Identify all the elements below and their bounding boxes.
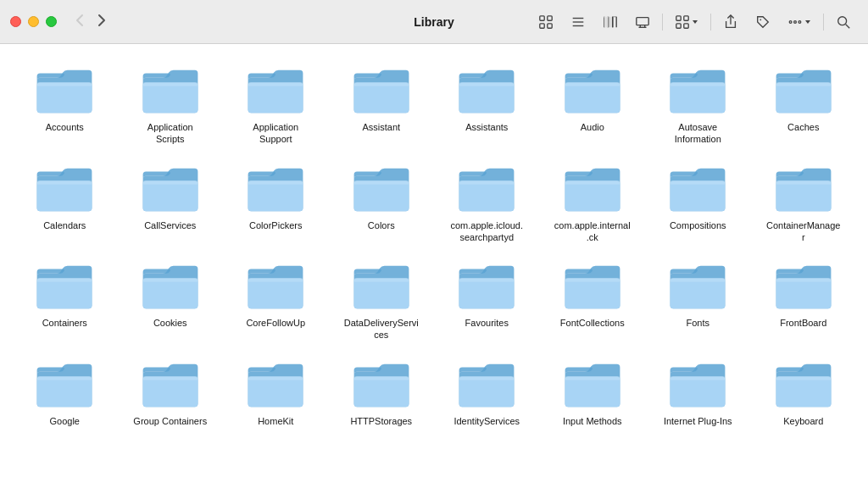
folder-item[interactable]: IdentityServices <box>436 355 538 432</box>
svg-point-24 <box>760 19 761 20</box>
svg-rect-70 <box>459 278 515 308</box>
svg-rect-45 <box>776 82 831 86</box>
folder-item[interactable]: Calendars <box>14 159 116 249</box>
folder-item[interactable]: ColorPickers <box>225 159 327 249</box>
folder-item[interactable]: com.apple.icloud.searchpartyd <box>436 159 538 249</box>
folder-item[interactable]: Audio <box>542 61 644 151</box>
gallery-view-button[interactable] <box>628 10 657 34</box>
folder-item[interactable]: Compositions <box>647 159 749 249</box>
svg-rect-58 <box>670 180 726 211</box>
folder-label: Group Containers <box>133 415 207 427</box>
svg-rect-38 <box>459 82 515 113</box>
folder-item[interactable]: Internet Plug-Ins <box>647 355 749 432</box>
svg-rect-10 <box>604 16 609 27</box>
folder-item[interactable]: CallServices <box>120 159 222 249</box>
folder-item[interactable]: Fonts <box>647 257 749 347</box>
icon-view-button[interactable] <box>531 10 560 34</box>
svg-rect-61 <box>776 180 831 185</box>
folder-item[interactable]: FrontBoard <box>753 257 855 347</box>
folder-label: Caches <box>787 121 819 133</box>
folder-item[interactable]: Favourites <box>436 257 538 347</box>
svg-rect-3 <box>548 23 552 27</box>
folder-item[interactable]: Keyboard <box>753 355 855 432</box>
folder-item[interactable]: Containers <box>14 257 116 347</box>
folder-label: Application Support <box>237 121 314 146</box>
folder-item[interactable]: DataDeliveryServices <box>331 257 433 347</box>
folder-item[interactable]: Assistant <box>331 61 433 151</box>
group-button[interactable] <box>668 10 705 34</box>
back-button[interactable] <box>70 10 89 33</box>
folder-item[interactable]: Application Scripts <box>120 61 222 151</box>
svg-rect-1 <box>548 15 552 19</box>
svg-rect-71 <box>459 278 515 282</box>
close-button[interactable] <box>10 16 21 27</box>
folder-icon <box>245 262 306 313</box>
folder-item[interactable]: ContainerManager <box>753 159 855 249</box>
folder-icon <box>34 164 95 215</box>
folder-item[interactable]: Group Containers <box>120 355 222 432</box>
svg-rect-22 <box>676 23 681 27</box>
share-button[interactable] <box>716 10 745 34</box>
svg-rect-21 <box>684 15 688 19</box>
folder-item[interactable]: com.apple.internal.ck <box>542 159 644 249</box>
folder-item[interactable]: HTTPStorages <box>331 355 433 432</box>
folder-icon <box>140 164 201 215</box>
content-area: Accounts Application Scripts Application… <box>0 44 868 477</box>
svg-rect-90 <box>670 376 726 407</box>
svg-rect-46 <box>37 180 92 211</box>
svg-rect-92 <box>776 376 831 407</box>
maximize-button[interactable] <box>46 16 57 27</box>
folder-item[interactable]: Input Methods <box>542 355 644 432</box>
folder-item[interactable]: Caches <box>753 61 855 151</box>
folder-label: IdentityServices <box>453 415 520 427</box>
svg-rect-0 <box>540 15 544 19</box>
folder-item[interactable]: Application Support <box>225 61 327 151</box>
svg-rect-83 <box>248 376 303 380</box>
search-button[interactable] <box>829 10 858 34</box>
folder-icon <box>456 262 517 313</box>
folder-icon <box>667 66 728 117</box>
folder-label: CoreFollowUp <box>246 317 305 329</box>
folder-item[interactable]: FontCollections <box>542 257 644 347</box>
folder-item[interactable]: Assistants <box>436 61 538 151</box>
folder-item[interactable]: Colors <box>331 159 433 249</box>
folder-item[interactable]: Google <box>14 355 116 432</box>
svg-rect-52 <box>353 180 409 211</box>
folder-label: Containers <box>42 317 87 329</box>
svg-rect-20 <box>676 15 681 19</box>
folder-icon <box>773 360 834 411</box>
folder-item[interactable]: Accounts <box>14 61 116 151</box>
folder-icon <box>667 262 728 313</box>
svg-point-28 <box>838 16 847 25</box>
svg-rect-43 <box>670 82 726 86</box>
column-view-button[interactable] <box>596 10 625 34</box>
folder-label: Calendars <box>43 219 86 231</box>
list-view-button[interactable] <box>564 10 593 34</box>
folder-icon <box>34 360 95 411</box>
svg-rect-60 <box>776 180 831 211</box>
folder-icon <box>140 66 201 117</box>
svg-rect-93 <box>776 376 831 380</box>
folder-item[interactable]: Autosave Information <box>647 61 749 151</box>
folder-item[interactable]: HomeKit <box>225 355 327 432</box>
folder-icon <box>245 360 306 411</box>
folder-label: Assistants <box>465 121 508 133</box>
svg-rect-33 <box>142 82 198 86</box>
folder-label: Compositions <box>670 219 726 231</box>
folder-item[interactable]: Cookies <box>120 257 222 347</box>
svg-rect-87 <box>459 376 515 380</box>
tag-button[interactable] <box>748 10 777 34</box>
folder-label: com.apple.icloud.searchpartyd <box>448 219 525 244</box>
folder-label: Assistant <box>362 121 400 133</box>
forward-button[interactable] <box>92 10 111 33</box>
more-button[interactable] <box>781 10 818 34</box>
svg-rect-81 <box>142 376 198 380</box>
folder-item[interactable]: CoreFollowUp <box>225 257 327 347</box>
svg-rect-59 <box>670 180 726 185</box>
folder-label: Google <box>50 415 80 427</box>
svg-rect-82 <box>248 376 303 407</box>
svg-rect-44 <box>776 82 831 113</box>
folder-label: Input Methods <box>563 415 622 427</box>
folder-icon <box>245 164 306 215</box>
minimize-button[interactable] <box>28 16 39 27</box>
